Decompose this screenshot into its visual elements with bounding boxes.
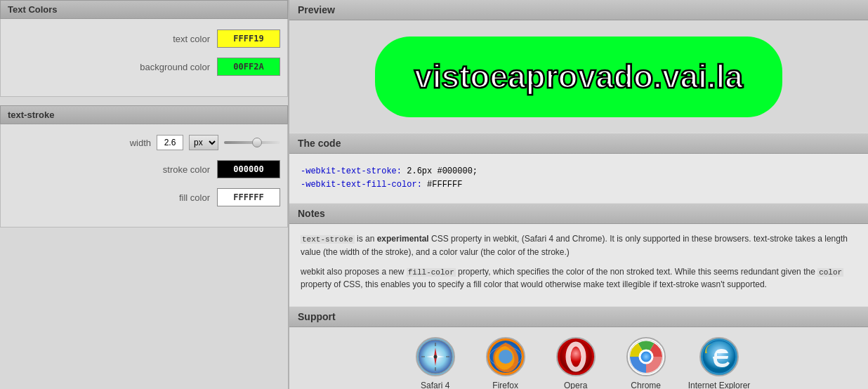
safari-icon: [416, 337, 455, 376]
fill-color-label: fill color: [179, 192, 210, 203]
support-title: Support: [298, 311, 336, 322]
notes-header: Notes: [289, 203, 868, 224]
width-slider-track: [224, 141, 280, 144]
chrome-icon: [626, 337, 666, 376]
firefox-icon: [486, 337, 525, 376]
browser-item-chrome: Chrome: [618, 337, 674, 389]
width-input[interactable]: [157, 135, 183, 150]
stroke-color-row: stroke color 000000: [8, 160, 280, 178]
text-color-value: FFFF19: [233, 34, 263, 44]
text-colors-title: Text Colors: [8, 4, 58, 15]
opera-label: Opera: [564, 381, 587, 389]
ie-icon: [699, 337, 739, 376]
background-color-row: background color 00FF2A: [8, 58, 280, 76]
code-line-2: -webkit-text-fill-color: #FFFFFF: [301, 178, 857, 192]
notes-para1: text-stroke is an experimental CSS prope…: [301, 232, 857, 258]
background-color-value: 00FF2A: [233, 62, 263, 72]
browser-item-safari: Safari 4: [407, 337, 463, 389]
svg-point-10: [499, 350, 513, 364]
code-line2-property: -webkit-text-fill-color:: [301, 180, 422, 190]
svg-point-3: [433, 355, 437, 359]
svg-point-14: [640, 350, 652, 363]
fill-color-row: fill color FFFFFF: [8, 188, 280, 206]
code-line1-value: 2.6px #000000;: [407, 166, 478, 176]
safari-label: Safari 4: [421, 381, 449, 389]
browser-item-ie: Internet Explorer: [688, 337, 751, 389]
stroke-color-value: 000000: [233, 164, 263, 174]
browser-item-firefox: Firefox: [478, 337, 534, 389]
support-header: Support: [289, 306, 868, 327]
stroke-color-swatch[interactable]: 000000: [217, 160, 280, 178]
firefox-label: Firefox: [492, 381, 518, 389]
text-stroke-title: text-stroke: [8, 110, 54, 120]
code-block: -webkit-text-stroke: 2.6px #000000; -web…: [301, 162, 857, 194]
support-area: Safari 4: [289, 327, 868, 389]
preview-text: vistoeaprovado.vai.la: [414, 58, 743, 95]
unit-select[interactable]: px ▼ em rem %: [189, 135, 218, 150]
ie-label: Internet Explorer: [688, 381, 751, 389]
left-panel: Text Colors text color FFFF19 background…: [0, 0, 288, 389]
preview-container: vistoeaprovado.vai.la: [375, 37, 782, 117]
text-stroke-body: width px ▼ em rem % stroke color 000000 …: [0, 124, 288, 228]
width-label: width: [130, 138, 151, 148]
notes-title: Notes: [298, 208, 325, 219]
background-color-swatch[interactable]: 00FF2A: [217, 58, 280, 76]
code-title: The code: [298, 138, 341, 149]
code-line2-value: #FFFFFF: [427, 180, 462, 190]
notes-area: text-stroke is an experimental CSS prope…: [289, 224, 868, 306]
right-panel: Preview vistoeaprovado.vai.la The code -…: [288, 0, 868, 389]
width-slider-thumb[interactable]: [252, 138, 262, 147]
code-area: -webkit-text-stroke: 2.6px #000000; -web…: [289, 154, 868, 203]
code-line1-property: -webkit-text-stroke:: [301, 166, 402, 176]
notes-para2: webkit also proposes a new fill-color pr…: [301, 265, 857, 291]
fill-color-value: FFFFFF: [233, 192, 263, 202]
text-color-swatch[interactable]: FFFF19: [217, 29, 280, 48]
preview-area: vistoeaprovado.vai.la: [289, 20, 868, 133]
text-stroke-header: text-stroke: [0, 105, 288, 124]
preview-header: Preview: [289, 0, 868, 20]
preview-title: Preview: [298, 4, 335, 15]
text-color-label: text color: [173, 34, 210, 44]
code-line-1: -webkit-text-stroke: 2.6px #000000;: [301, 165, 857, 178]
width-row: width px ▼ em rem %: [8, 135, 280, 150]
fill-color-swatch[interactable]: FFFFFF: [217, 188, 280, 206]
browser-item-opera: Opera: [548, 337, 604, 389]
background-color-label: background color: [140, 62, 210, 72]
code-header: The code: [289, 133, 868, 154]
text-color-row: text color FFFF19: [8, 29, 280, 48]
opera-icon: [556, 337, 596, 376]
text-colors-body: text color FFFF19 background color 00FF2…: [0, 19, 288, 97]
chrome-label: Chrome: [631, 381, 661, 389]
stroke-color-label: stroke color: [163, 164, 210, 175]
text-colors-header: Text Colors: [0, 0, 288, 19]
